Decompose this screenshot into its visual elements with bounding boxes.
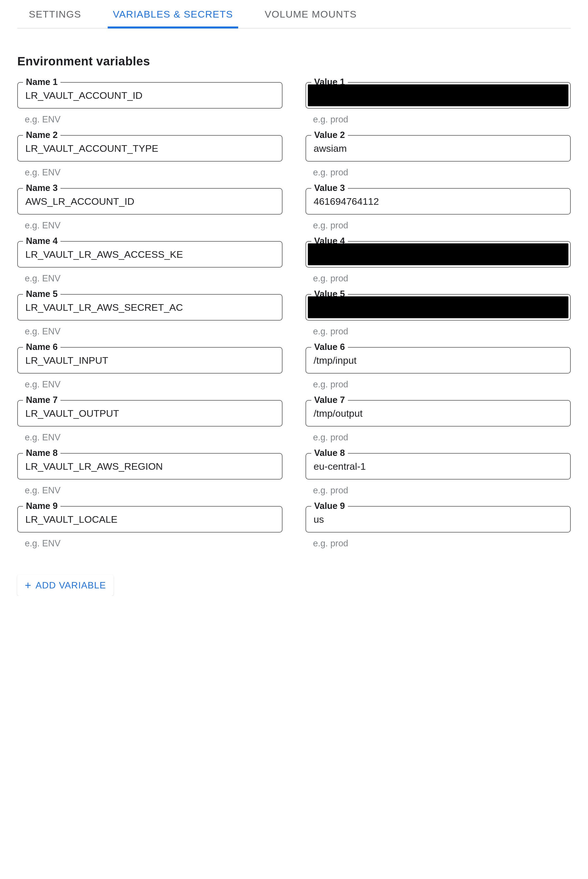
value-input[interactable] <box>314 143 562 154</box>
value-legend: Value 6 <box>311 342 348 352</box>
name-legend: Name 4 <box>23 236 60 246</box>
name-hint: e.g. ENV <box>17 326 282 337</box>
name-field[interactable]: Name 4 <box>17 241 282 267</box>
value-legend: Value 7 <box>311 395 348 405</box>
redacted-value <box>308 84 568 106</box>
plus-icon: + <box>25 580 32 591</box>
value-legend: Value 9 <box>311 501 348 511</box>
name-hint: e.g. ENV <box>17 379 282 390</box>
name-input[interactable] <box>26 143 274 154</box>
name-input[interactable] <box>26 408 274 419</box>
value-field[interactable]: Value 9 <box>306 506 571 532</box>
value-hint: e.g. prod <box>306 379 571 390</box>
value-field[interactable]: Value 6 <box>306 347 571 374</box>
value-hint: e.g. prod <box>306 432 571 442</box>
env-var-row: Name 3e.g. ENVValue 3e.g. prod <box>17 188 571 231</box>
value-hint: e.g. prod <box>306 326 571 337</box>
env-var-row: Name 5e.g. ENVValue 5e.g. prod <box>17 294 571 337</box>
name-input[interactable] <box>26 514 274 525</box>
name-hint: e.g. ENV <box>17 167 282 178</box>
env-var-rows: Name 1e.g. ENVValue 1e.g. prodName 2e.g.… <box>17 82 571 549</box>
name-hint: e.g. ENV <box>17 220 282 231</box>
name-hint: e.g. ENV <box>17 485 282 496</box>
name-legend: Name 2 <box>23 130 60 140</box>
value-field[interactable]: Value 8 <box>306 453 571 480</box>
name-field[interactable]: Name 6 <box>17 347 282 374</box>
value-input[interactable] <box>314 355 562 366</box>
name-field[interactable]: Name 8 <box>17 453 282 480</box>
name-hint: e.g. ENV <box>17 432 282 442</box>
redacted-value <box>308 296 568 318</box>
name-input[interactable] <box>26 196 274 207</box>
name-field[interactable]: Name 9 <box>17 506 282 532</box>
name-legend: Name 5 <box>23 289 60 299</box>
value-input[interactable] <box>314 408 562 419</box>
name-input[interactable] <box>26 90 274 101</box>
value-hint: e.g. prod <box>306 485 571 496</box>
env-var-row: Name 1e.g. ENVValue 1e.g. prod <box>17 82 571 125</box>
name-hint: e.g. ENV <box>17 273 282 284</box>
tab-variables-secrets[interactable]: VARIABLES & SECRETS <box>113 9 233 28</box>
value-legend: Value 8 <box>311 448 348 458</box>
add-variable-label: ADD VARIABLE <box>35 580 106 591</box>
value-hint: e.g. prod <box>306 220 571 231</box>
name-legend: Name 6 <box>23 342 60 352</box>
value-legend: Value 2 <box>311 130 348 140</box>
name-field[interactable]: Name 2 <box>17 135 282 162</box>
name-legend: Name 8 <box>23 448 60 458</box>
value-input[interactable] <box>314 461 562 472</box>
name-input[interactable] <box>26 461 274 472</box>
env-var-row: Name 7e.g. ENVValue 7e.g. prod <box>17 400 571 442</box>
name-field[interactable]: Name 5 <box>17 294 282 321</box>
name-field[interactable]: Name 7 <box>17 400 282 426</box>
value-field[interactable]: Value 4 <box>306 241 571 267</box>
name-legend: Name 3 <box>23 183 60 193</box>
value-field[interactable]: Value 1 <box>306 82 571 109</box>
tab-settings[interactable]: SETTINGS <box>29 9 81 28</box>
tabs-bar: SETTINGS VARIABLES & SECRETS VOLUME MOUN… <box>17 0 571 28</box>
value-hint: e.g. prod <box>306 273 571 284</box>
value-hint: e.g. prod <box>306 538 571 549</box>
tab-volume-mounts[interactable]: VOLUME MOUNTS <box>265 9 357 28</box>
name-hint: e.g. ENV <box>17 538 282 549</box>
redacted-value <box>308 243 568 265</box>
name-hint: e.g. ENV <box>17 114 282 125</box>
name-legend: Name 7 <box>23 395 60 405</box>
value-field[interactable]: Value 2 <box>306 135 571 162</box>
env-var-row: Name 6e.g. ENVValue 6e.g. prod <box>17 347 571 390</box>
value-hint: e.g. prod <box>306 167 571 178</box>
value-input[interactable] <box>314 514 562 525</box>
env-var-row: Name 8e.g. ENVValue 8e.g. prod <box>17 453 571 496</box>
env-var-row: Name 2e.g. ENVValue 2e.g. prod <box>17 135 571 178</box>
env-var-row: Name 4e.g. ENVValue 4e.g. prod <box>17 241 571 284</box>
value-input[interactable] <box>314 196 562 207</box>
value-legend: Value 3 <box>311 183 348 193</box>
name-legend: Name 1 <box>23 77 60 87</box>
value-field[interactable]: Value 5 <box>306 294 571 321</box>
name-input[interactable] <box>26 249 274 260</box>
name-field[interactable]: Name 3 <box>17 188 282 214</box>
name-field[interactable]: Name 1 <box>17 82 282 109</box>
value-field[interactable]: Value 7 <box>306 400 571 426</box>
section-title: Environment variables <box>17 54 571 68</box>
value-field[interactable]: Value 3 <box>306 188 571 214</box>
env-var-row: Name 9e.g. ENVValue 9e.g. prod <box>17 506 571 549</box>
value-hint: e.g. prod <box>306 114 571 125</box>
name-legend: Name 9 <box>23 501 60 511</box>
name-input[interactable] <box>26 302 274 313</box>
name-input[interactable] <box>26 355 274 366</box>
add-variable-button[interactable]: + ADD VARIABLE <box>17 574 114 596</box>
